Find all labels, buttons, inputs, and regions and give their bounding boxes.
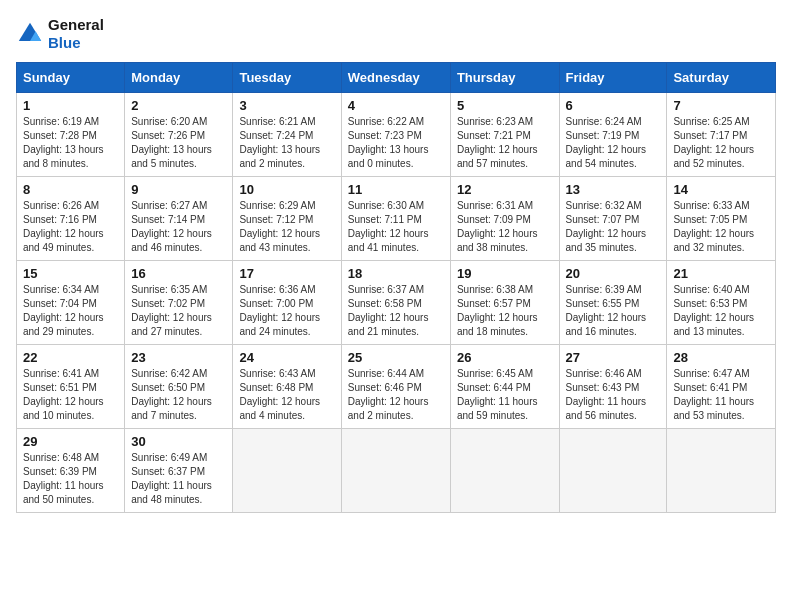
day-info: Sunrise: 6:30 AM Sunset: 7:11 PM Dayligh…	[348, 199, 444, 255]
day-info: Sunrise: 6:24 AM Sunset: 7:19 PM Dayligh…	[566, 115, 661, 171]
day-info: Sunrise: 6:25 AM Sunset: 7:17 PM Dayligh…	[673, 115, 769, 171]
day-number: 18	[348, 266, 444, 281]
day-number: 3	[239, 98, 334, 113]
day-info: Sunrise: 6:19 AM Sunset: 7:28 PM Dayligh…	[23, 115, 118, 171]
day-info: Sunrise: 6:42 AM Sunset: 6:50 PM Dayligh…	[131, 367, 226, 423]
day-info: Sunrise: 6:20 AM Sunset: 7:26 PM Dayligh…	[131, 115, 226, 171]
day-info: Sunrise: 6:43 AM Sunset: 6:48 PM Dayligh…	[239, 367, 334, 423]
day-number: 12	[457, 182, 553, 197]
day-number: 16	[131, 266, 226, 281]
calendar-cell: 4 Sunrise: 6:22 AM Sunset: 7:23 PM Dayli…	[341, 93, 450, 177]
column-header-monday: Monday	[125, 63, 233, 93]
day-info: Sunrise: 6:45 AM Sunset: 6:44 PM Dayligh…	[457, 367, 553, 423]
column-header-tuesday: Tuesday	[233, 63, 341, 93]
day-info: Sunrise: 6:34 AM Sunset: 7:04 PM Dayligh…	[23, 283, 118, 339]
calendar-cell: 12 Sunrise: 6:31 AM Sunset: 7:09 PM Dayl…	[450, 177, 559, 261]
day-number: 22	[23, 350, 118, 365]
calendar-cell: 22 Sunrise: 6:41 AM Sunset: 6:51 PM Dayl…	[17, 345, 125, 429]
day-number: 21	[673, 266, 769, 281]
calendar-cell: 30 Sunrise: 6:49 AM Sunset: 6:37 PM Dayl…	[125, 429, 233, 513]
logo-text: General Blue	[48, 16, 104, 52]
day-info: Sunrise: 6:44 AM Sunset: 6:46 PM Dayligh…	[348, 367, 444, 423]
day-info: Sunrise: 6:27 AM Sunset: 7:14 PM Dayligh…	[131, 199, 226, 255]
day-number: 7	[673, 98, 769, 113]
day-number: 9	[131, 182, 226, 197]
calendar-cell: 1 Sunrise: 6:19 AM Sunset: 7:28 PM Dayli…	[17, 93, 125, 177]
day-info: Sunrise: 6:22 AM Sunset: 7:23 PM Dayligh…	[348, 115, 444, 171]
calendar-week-row: 8 Sunrise: 6:26 AM Sunset: 7:16 PM Dayli…	[17, 177, 776, 261]
calendar-cell: 21 Sunrise: 6:40 AM Sunset: 6:53 PM Dayl…	[667, 261, 776, 345]
calendar-cell: 13 Sunrise: 6:32 AM Sunset: 7:07 PM Dayl…	[559, 177, 667, 261]
day-info: Sunrise: 6:21 AM Sunset: 7:24 PM Dayligh…	[239, 115, 334, 171]
calendar-cell: 23 Sunrise: 6:42 AM Sunset: 6:50 PM Dayl…	[125, 345, 233, 429]
calendar-cell: 24 Sunrise: 6:43 AM Sunset: 6:48 PM Dayl…	[233, 345, 341, 429]
column-header-friday: Friday	[559, 63, 667, 93]
calendar-cell: 28 Sunrise: 6:47 AM Sunset: 6:41 PM Dayl…	[667, 345, 776, 429]
day-number: 20	[566, 266, 661, 281]
calendar-week-row: 29 Sunrise: 6:48 AM Sunset: 6:39 PM Dayl…	[17, 429, 776, 513]
day-info: Sunrise: 6:39 AM Sunset: 6:55 PM Dayligh…	[566, 283, 661, 339]
day-info: Sunrise: 6:40 AM Sunset: 6:53 PM Dayligh…	[673, 283, 769, 339]
calendar-table: SundayMondayTuesdayWednesdayThursdayFrid…	[16, 62, 776, 513]
calendar-cell: 20 Sunrise: 6:39 AM Sunset: 6:55 PM Dayl…	[559, 261, 667, 345]
calendar-cell: 8 Sunrise: 6:26 AM Sunset: 7:16 PM Dayli…	[17, 177, 125, 261]
day-info: Sunrise: 6:48 AM Sunset: 6:39 PM Dayligh…	[23, 451, 118, 507]
calendar-cell	[667, 429, 776, 513]
calendar-cell: 16 Sunrise: 6:35 AM Sunset: 7:02 PM Dayl…	[125, 261, 233, 345]
day-number: 4	[348, 98, 444, 113]
calendar-cell: 26 Sunrise: 6:45 AM Sunset: 6:44 PM Dayl…	[450, 345, 559, 429]
day-number: 15	[23, 266, 118, 281]
day-number: 30	[131, 434, 226, 449]
calendar-cell: 15 Sunrise: 6:34 AM Sunset: 7:04 PM Dayl…	[17, 261, 125, 345]
calendar-cell: 6 Sunrise: 6:24 AM Sunset: 7:19 PM Dayli…	[559, 93, 667, 177]
calendar-cell: 25 Sunrise: 6:44 AM Sunset: 6:46 PM Dayl…	[341, 345, 450, 429]
column-header-thursday: Thursday	[450, 63, 559, 93]
day-number: 14	[673, 182, 769, 197]
calendar-cell	[559, 429, 667, 513]
day-number: 5	[457, 98, 553, 113]
day-info: Sunrise: 6:35 AM Sunset: 7:02 PM Dayligh…	[131, 283, 226, 339]
day-info: Sunrise: 6:41 AM Sunset: 6:51 PM Dayligh…	[23, 367, 118, 423]
day-info: Sunrise: 6:31 AM Sunset: 7:09 PM Dayligh…	[457, 199, 553, 255]
day-number: 29	[23, 434, 118, 449]
day-info: Sunrise: 6:46 AM Sunset: 6:43 PM Dayligh…	[566, 367, 661, 423]
calendar-cell: 17 Sunrise: 6:36 AM Sunset: 7:00 PM Dayl…	[233, 261, 341, 345]
page-header: General Blue	[16, 16, 776, 52]
day-number: 24	[239, 350, 334, 365]
column-header-wednesday: Wednesday	[341, 63, 450, 93]
day-info: Sunrise: 6:36 AM Sunset: 7:00 PM Dayligh…	[239, 283, 334, 339]
column-header-saturday: Saturday	[667, 63, 776, 93]
calendar-week-row: 1 Sunrise: 6:19 AM Sunset: 7:28 PM Dayli…	[17, 93, 776, 177]
logo: General Blue	[16, 16, 104, 52]
calendar-cell: 29 Sunrise: 6:48 AM Sunset: 6:39 PM Dayl…	[17, 429, 125, 513]
column-header-sunday: Sunday	[17, 63, 125, 93]
day-number: 10	[239, 182, 334, 197]
calendar-cell: 7 Sunrise: 6:25 AM Sunset: 7:17 PM Dayli…	[667, 93, 776, 177]
calendar-week-row: 22 Sunrise: 6:41 AM Sunset: 6:51 PM Dayl…	[17, 345, 776, 429]
calendar-week-row: 15 Sunrise: 6:34 AM Sunset: 7:04 PM Dayl…	[17, 261, 776, 345]
calendar-cell	[450, 429, 559, 513]
calendar-cell: 5 Sunrise: 6:23 AM Sunset: 7:21 PM Dayli…	[450, 93, 559, 177]
day-info: Sunrise: 6:33 AM Sunset: 7:05 PM Dayligh…	[673, 199, 769, 255]
day-info: Sunrise: 6:29 AM Sunset: 7:12 PM Dayligh…	[239, 199, 334, 255]
day-info: Sunrise: 6:37 AM Sunset: 6:58 PM Dayligh…	[348, 283, 444, 339]
day-info: Sunrise: 6:23 AM Sunset: 7:21 PM Dayligh…	[457, 115, 553, 171]
calendar-cell: 2 Sunrise: 6:20 AM Sunset: 7:26 PM Dayli…	[125, 93, 233, 177]
day-number: 13	[566, 182, 661, 197]
calendar-header-row: SundayMondayTuesdayWednesdayThursdayFrid…	[17, 63, 776, 93]
calendar-cell: 9 Sunrise: 6:27 AM Sunset: 7:14 PM Dayli…	[125, 177, 233, 261]
day-number: 17	[239, 266, 334, 281]
day-info: Sunrise: 6:38 AM Sunset: 6:57 PM Dayligh…	[457, 283, 553, 339]
calendar-cell	[341, 429, 450, 513]
calendar-cell: 3 Sunrise: 6:21 AM Sunset: 7:24 PM Dayli…	[233, 93, 341, 177]
day-number: 28	[673, 350, 769, 365]
calendar-cell: 11 Sunrise: 6:30 AM Sunset: 7:11 PM Dayl…	[341, 177, 450, 261]
calendar-cell: 14 Sunrise: 6:33 AM Sunset: 7:05 PM Dayl…	[667, 177, 776, 261]
day-number: 27	[566, 350, 661, 365]
calendar-cell: 19 Sunrise: 6:38 AM Sunset: 6:57 PM Dayl…	[450, 261, 559, 345]
calendar-cell: 18 Sunrise: 6:37 AM Sunset: 6:58 PM Dayl…	[341, 261, 450, 345]
day-info: Sunrise: 6:47 AM Sunset: 6:41 PM Dayligh…	[673, 367, 769, 423]
day-info: Sunrise: 6:49 AM Sunset: 6:37 PM Dayligh…	[131, 451, 226, 507]
day-number: 19	[457, 266, 553, 281]
day-number: 6	[566, 98, 661, 113]
